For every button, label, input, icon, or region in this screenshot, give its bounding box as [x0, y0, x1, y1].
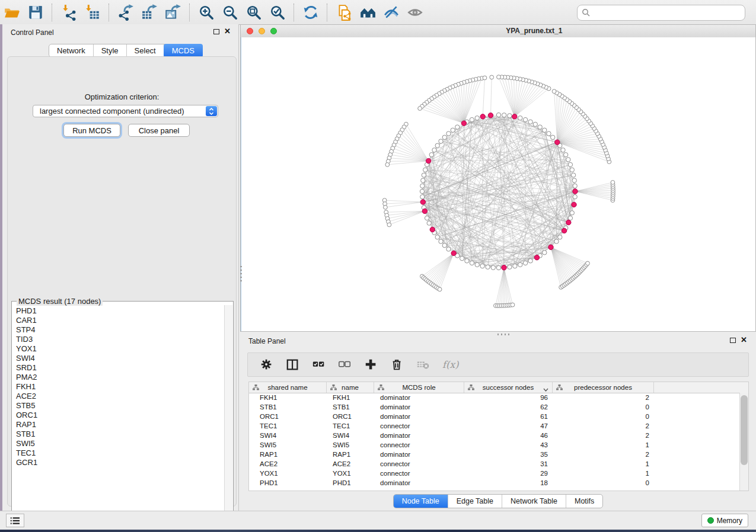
network-mcds-hub-node[interactable] — [562, 228, 566, 233]
clone-network-icon[interactable] — [333, 2, 355, 23]
network-node[interactable] — [570, 211, 574, 215]
network-mcds-hub-node[interactable] — [502, 265, 506, 270]
window-minimize-icon[interactable] — [259, 28, 265, 34]
mcds-result-item[interactable]: YOX1 — [16, 344, 225, 354]
table-scrollbar[interactable] — [739, 393, 748, 491]
network-node[interactable] — [451, 128, 455, 132]
splitter-grip-vertical[interactable] — [240, 266, 242, 281]
tab-style[interactable]: Style — [94, 44, 127, 57]
tab-network-table[interactable]: Network Table — [502, 495, 566, 508]
select-all-icon[interactable] — [306, 356, 332, 374]
mcds-result-item[interactable]: ORC1 — [16, 411, 225, 420]
mcds-result-item[interactable]: SRD1 — [16, 363, 225, 373]
tab-mcds[interactable]: MCDS — [164, 44, 203, 57]
network-node[interactable] — [528, 120, 532, 124]
network-node[interactable] — [460, 257, 464, 261]
table-row[interactable]: SWI4SWI4dominator462 — [249, 431, 748, 441]
network-node[interactable] — [439, 139, 443, 143]
network-node[interactable] — [508, 114, 512, 118]
network-node[interactable] — [564, 153, 568, 157]
network-node[interactable] — [420, 195, 425, 199]
network-mcds-hub-node[interactable] — [420, 200, 425, 204]
network-node[interactable] — [422, 173, 426, 177]
column-header-predecessor-nodes[interactable]: predecessor nodes — [553, 382, 654, 393]
optimization-criterion-select[interactable]: largest connected component (undirected) — [33, 105, 218, 117]
network-node[interactable] — [547, 132, 551, 136]
network-node[interactable] — [533, 122, 537, 126]
graphics-details-icon[interactable] — [380, 2, 403, 23]
zoom-fit-icon[interactable] — [243, 2, 265, 23]
birds-eye-icon[interactable] — [404, 2, 426, 23]
network-canvas[interactable] — [241, 37, 755, 331]
network-leaf-node[interactable] — [497, 75, 501, 79]
network-mcds-hub-node[interactable] — [566, 220, 571, 225]
network-node[interactable] — [470, 117, 474, 121]
delete-table-icon[interactable] — [410, 356, 436, 374]
network-node[interactable] — [435, 143, 439, 148]
mcds-result-item[interactable]: FKH1 — [16, 382, 225, 392]
mcds-result-item[interactable]: CAR1 — [16, 316, 225, 325]
network-node[interactable] — [496, 265, 500, 270]
tab-motifs[interactable]: Motifs — [566, 495, 602, 508]
network-mcds-hub-node[interactable] — [534, 255, 539, 260]
network-node[interactable] — [543, 128, 547, 132]
network-node[interactable] — [455, 125, 460, 129]
split-panel-icon[interactable] — [280, 356, 306, 374]
network-mcds-hub-node[interactable] — [572, 202, 576, 207]
memory-button[interactable]: Memory — [701, 514, 748, 527]
window-zoom-icon[interactable] — [270, 28, 277, 34]
network-node[interactable] — [518, 116, 522, 120]
network-node[interactable] — [543, 251, 547, 255]
network-leaf-node[interactable] — [384, 206, 388, 210]
mcds-result-item[interactable]: SWI4 — [16, 354, 225, 363]
table-row[interactable]: YOX1YOX1connector291 — [249, 469, 748, 479]
float-panel-icon[interactable] — [213, 29, 219, 34]
mcds-result-item[interactable]: TEC1 — [16, 448, 225, 458]
network-node[interactable] — [446, 247, 451, 251]
table-row[interactable]: ORC1ORC1dominator610 — [249, 412, 748, 422]
import-network-icon[interactable] — [58, 2, 80, 23]
network-leaf-node[interactable] — [611, 181, 615, 185]
network-node[interactable] — [439, 239, 443, 243]
network-mcds-hub-node[interactable] — [488, 113, 493, 118]
network-mcds-hub-node[interactable] — [573, 189, 578, 194]
network-node[interactable] — [523, 117, 527, 121]
zoom-in-icon[interactable] — [195, 2, 218, 23]
network-leaf-node[interactable] — [552, 89, 556, 94]
network-leaf-node[interactable] — [385, 163, 390, 167]
close-panel-button[interactable]: Close panel — [128, 124, 190, 137]
deselect-all-icon[interactable] — [332, 356, 358, 374]
show-panels-list-button[interactable] — [6, 514, 24, 527]
table-settings-icon[interactable] — [254, 356, 280, 374]
network-node[interactable] — [558, 235, 562, 239]
network-node[interactable] — [425, 216, 429, 220]
mcds-result-item[interactable]: PHD1 — [16, 306, 225, 316]
network-node[interactable] — [435, 235, 439, 239]
table-row[interactable]: SWI5SWI5connector431 — [249, 441, 748, 450]
network-node[interactable] — [573, 184, 577, 188]
network-leaf-node[interactable] — [511, 303, 515, 307]
zoom-out-icon[interactable] — [219, 2, 241, 23]
network-node[interactable] — [496, 113, 500, 117]
zoom-selected-icon[interactable] — [266, 2, 289, 23]
window-close-icon[interactable] — [247, 28, 253, 34]
network-node[interactable] — [551, 135, 555, 139]
network-window-titlebar[interactable]: YPA_prune.txt_1 — [241, 25, 755, 38]
network-leaf-node[interactable] — [490, 75, 494, 79]
network-node[interactable] — [502, 113, 506, 117]
tab-edge-table[interactable]: Edge Table — [448, 495, 502, 508]
table-row[interactable]: FKH1FKH1dominator962 — [249, 393, 748, 403]
network-leaf-node[interactable] — [438, 287, 442, 291]
network-node[interactable] — [442, 135, 446, 139]
network-mcds-hub-node[interactable] — [430, 227, 435, 232]
network-node[interactable] — [421, 178, 425, 182]
network-node[interactable] — [446, 132, 451, 136]
refresh-icon[interactable] — [299, 2, 322, 23]
network-node[interactable] — [518, 262, 522, 267]
table-row[interactable]: TEC1TEC1connector472 — [249, 422, 748, 431]
delete-column-icon[interactable] — [384, 356, 410, 374]
mcds-result-item[interactable]: SWI5 — [16, 439, 225, 448]
tab-select[interactable]: Select — [127, 44, 164, 57]
network-leaf-node[interactable] — [418, 107, 422, 111]
network-mcds-hub-node[interactable] — [555, 140, 560, 145]
